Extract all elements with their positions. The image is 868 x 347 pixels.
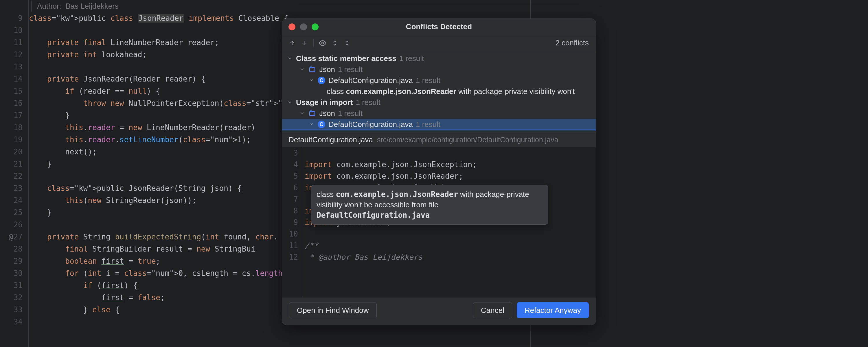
chevron-down-icon (309, 121, 314, 127)
tree-group[interactable]: Usage in import 1 result (282, 97, 596, 108)
collapse-all-icon[interactable] (342, 38, 352, 48)
preview-line (305, 228, 596, 240)
tree-file[interactable]: C DefaultConfiguration.java 1 result (282, 75, 596, 86)
preview-header: DefaultConfiguration.java src/com/exampl… (282, 132, 596, 147)
tree-file-label: DefaultConfiguration.java (329, 120, 413, 129)
chevron-down-icon (287, 56, 293, 61)
chevron-down-icon (300, 66, 305, 72)
dialog-button-bar: Open in Find Window Cancel Refactor Anyw… (282, 297, 596, 325)
close-window-icon[interactable] (288, 24, 296, 30)
refactor-anyway-button[interactable]: Refactor Anyway (517, 302, 589, 318)
editor-gutter: 91011121314151617181920212223242526@2728… (0, 0, 29, 347)
tree-group-count: 1 result (399, 54, 424, 63)
tree-group-label: Class static member access (296, 54, 396, 63)
tree-package-label: Json (319, 65, 335, 74)
tree-usage[interactable]: class com.example.json.JsonReader with p… (282, 86, 596, 97)
tree-file-count: 1 result (416, 120, 440, 129)
window-controls (282, 24, 318, 30)
preview-line: * @author Bas Leijdekkers (305, 251, 596, 263)
preview-filepath: src/com/example/configuration/DefaultCon… (377, 136, 558, 144)
svg-rect-2 (310, 112, 315, 116)
dialog-titlebar: Conflicts Detected (282, 19, 596, 35)
toolbar-separator (313, 39, 314, 47)
module-icon (308, 65, 316, 73)
open-in-find-window-button[interactable]: Open in Find Window (289, 302, 377, 318)
preview-toggle-icon[interactable] (318, 38, 328, 48)
dialog-toolbar: 2 conflicts (282, 35, 596, 51)
tree-file[interactable]: C DefaultConfiguration.java 1 result (282, 119, 596, 130)
next-occurrence-icon[interactable] (300, 38, 309, 48)
prev-occurrence-icon[interactable] (287, 38, 297, 48)
tree-file-label: DefaultConfiguration.java (329, 76, 413, 85)
preview-filename: DefaultConfiguration.java (288, 135, 373, 144)
svg-rect-1 (310, 68, 315, 72)
conflict-count: 2 conflicts (555, 38, 591, 48)
preview-line: import com.example.json.JsonReader; (305, 170, 596, 182)
preview-editor[interactable]: 3456789101112 import com.example.json.Js… (282, 147, 596, 297)
tree-group-count: 1 result (355, 98, 380, 107)
tree-package[interactable]: Json 1 result (282, 64, 596, 75)
module-icon (308, 109, 316, 117)
author-annotation: Author: Bas Leijdekkers (29, 0, 530, 12)
preview-line: import com.example.json.JsonException; (305, 159, 596, 170)
tree-package-count: 1 result (338, 109, 363, 118)
tree-group-label: Usage in import (296, 98, 353, 107)
conflicts-dialog: Conflicts Detected 2 conflicts Class sta… (282, 19, 596, 325)
svg-point-0 (322, 42, 324, 44)
dialog-title: Conflicts Detected (282, 22, 596, 31)
conflict-tooltip: class com.example.json.JsonReader with p… (311, 185, 548, 225)
chevron-down-icon (287, 99, 293, 105)
zoom-window-icon[interactable] (312, 24, 318, 30)
preview-line (305, 147, 596, 159)
tree-package-count: 1 result (338, 65, 363, 74)
conflicts-tree[interactable]: Class static member access 1 result Json… (282, 51, 596, 132)
preview-line: /** (305, 240, 596, 251)
tree-usage-text: class com.example.json.JsonReader with p… (327, 87, 575, 96)
minimize-window-icon (300, 24, 307, 30)
preview-gutter: 3456789101112 (282, 147, 302, 297)
chevron-down-icon (300, 111, 305, 116)
tree-package-label: Json (319, 109, 335, 118)
tree-group[interactable]: Class static member access 1 result (282, 53, 596, 64)
chevron-down-icon (309, 77, 314, 83)
cancel-button[interactable]: Cancel (473, 302, 512, 318)
class-icon: C (317, 76, 326, 85)
tree-package[interactable]: Json 1 result (282, 108, 596, 119)
class-icon: C (317, 120, 326, 128)
tree-file-count: 1 result (416, 76, 440, 85)
expand-all-icon[interactable] (330, 38, 340, 48)
